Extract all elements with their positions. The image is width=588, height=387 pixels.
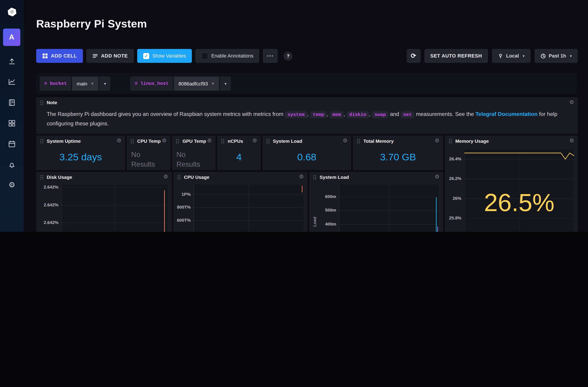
add-cell-button[interactable]: ADD CELL: [36, 49, 83, 63]
cell-title: CPU Temp: [137, 139, 161, 144]
refresh-button[interactable]: ⟳: [406, 49, 420, 63]
drag-handle-icon[interactable]: [130, 138, 134, 144]
hamburger-icon: ≡: [135, 80, 138, 87]
org-avatar[interactable]: A: [3, 29, 20, 46]
influxdb-logo-icon: [7, 7, 17, 17]
tasks-calendar-icon[interactable]: [0, 135, 24, 152]
variable-value-text: main: [77, 81, 87, 86]
variable-value-text: 8086adfccf93: [178, 81, 208, 86]
cell-note: Note ⚙ The Raspberry Pi dashboard gives …: [36, 97, 578, 134]
cell-system-uptime: System Uptime ⚙ 3.25 days: [36, 135, 125, 170]
cell-title: GPU Temp: [182, 139, 206, 144]
gear-icon[interactable]: ⚙: [162, 138, 167, 143]
note-text-part: The Raspberry Pi dashboard gives you an …: [47, 111, 283, 117]
timezone-label: Local: [506, 53, 519, 59]
drag-handle-icon[interactable]: [40, 100, 44, 105]
y-tick-label: 600m: [325, 194, 336, 199]
drag-handle-icon[interactable]: [40, 138, 44, 144]
show-variables-checkbox: ✓: [143, 53, 149, 59]
time-range-dropdown[interactable]: Past 1h ▾: [534, 49, 578, 63]
gear-icon[interactable]: ⚙: [569, 138, 574, 143]
notebooks-icon[interactable]: [0, 94, 24, 111]
stat-value: 3.70 GB: [353, 151, 443, 163]
gear-icon[interactable]: ⚙: [252, 138, 257, 143]
alerts-bell-icon[interactable]: [0, 156, 24, 173]
add-note-button[interactable]: ADD NOTE: [86, 49, 134, 63]
upload-icon[interactable]: [0, 53, 24, 69]
separator: ,: [343, 111, 345, 117]
data-explorer-icon[interactable]: [0, 73, 24, 90]
y-tick-label: 2.642%: [44, 220, 59, 225]
drag-handle-icon[interactable]: [176, 138, 180, 144]
gear-icon[interactable]: ⚙: [299, 174, 304, 179]
gear-icon[interactable]: ⚙: [343, 138, 348, 143]
gear-icon[interactable]: ⚙: [435, 138, 440, 143]
enable-annotations-toggle[interactable]: Enable Annotations: [195, 49, 259, 63]
cell-disk-usage: Disk Usage ⚙ 2.642% 2: [36, 172, 172, 232]
y-tick-label: 26.4%: [449, 156, 461, 161]
variable-bucket-caret[interactable]: ▾: [99, 77, 110, 91]
gear-icon[interactable]: ⚙: [117, 138, 122, 143]
stat-value: 0.68: [262, 151, 351, 163]
gear-icon[interactable]: ⚙: [435, 174, 440, 179]
cell-title: System Uptime: [47, 138, 81, 144]
y-tick-label: 400T%: [177, 231, 191, 232]
note-text-part: measurements. See the: [416, 111, 474, 117]
y-tick-label: 26.2%: [449, 176, 461, 181]
cell-total-memory: Total Memory ⚙ 3.70 GB: [353, 135, 443, 170]
cell-title: CPU Usage: [184, 175, 209, 180]
measurement-token: diskio: [347, 111, 369, 118]
system-load-plot: [339, 184, 440, 232]
clear-icon[interactable]: ×: [211, 81, 214, 86]
set-auto-refresh-button[interactable]: SET AUTO REFRESH: [424, 49, 488, 63]
telegraf-docs-link[interactable]: Telegraf Documentation: [476, 111, 538, 117]
drag-handle-icon[interactable]: [357, 138, 360, 144]
y-tick-label: 500m: [325, 208, 336, 212]
page-title: Raspberry Pi System: [36, 18, 147, 30]
app-root: A ⚙ ? Raspberry Pi System: [0, 0, 588, 232]
influxdb-logo[interactable]: [0, 0, 24, 24]
nav-sidebar: A ⚙ ?: [0, 0, 24, 232]
variable-name: bucket: [50, 81, 67, 86]
cpu-usage-chart: [194, 184, 304, 232]
dashboard-help-button[interactable]: ?: [284, 51, 293, 60]
disk-usage-plot: [62, 184, 168, 232]
variable-linux-host-value[interactable]: 8086adfccf93 ×: [174, 77, 219, 91]
cell-title: nCPUs: [228, 138, 243, 144]
drag-handle-icon[interactable]: [448, 138, 452, 144]
dashboards-icon[interactable]: [0, 115, 24, 131]
measurement-token: net: [400, 111, 414, 118]
time-range-label: Past 1h: [549, 53, 566, 59]
variable-bucket-value[interactable]: main ×: [72, 77, 98, 91]
cell-cpu-usage: CPU Usage ⚙ 1P% 800T%: [173, 172, 308, 232]
gear-icon[interactable]: ⚙: [164, 174, 168, 179]
cell-title: Note: [47, 100, 57, 105]
settings-gear-icon[interactable]: ⚙: [0, 176, 24, 193]
variable-linux-host-caret[interactable]: ▾: [219, 77, 231, 91]
drag-handle-icon[interactable]: [313, 175, 316, 180]
clear-icon[interactable]: ×: [91, 81, 94, 86]
cell-title: System Load: [273, 138, 302, 144]
variable-bucket: ≡ bucket main × ▾: [40, 77, 110, 91]
cpu-usage-plot: [194, 184, 304, 232]
drag-handle-icon[interactable]: [40, 175, 44, 180]
timezone-dropdown[interactable]: Local ▾: [492, 49, 531, 63]
overflow-menu-button[interactable]: ···: [263, 49, 278, 63]
show-variables-label: Show Variables: [152, 53, 186, 59]
show-variables-toggle[interactable]: ✓ Show Variables: [137, 49, 192, 63]
gear-icon[interactable]: ⚙: [569, 99, 574, 105]
separator: ,: [369, 111, 370, 117]
gear-icon[interactable]: ⚙: [207, 138, 212, 143]
cell-title: Total Memory: [363, 138, 394, 144]
drag-handle-icon[interactable]: [266, 138, 270, 144]
y-tick-label: 26%: [453, 196, 461, 201]
cell-title: System Load: [320, 175, 349, 180]
enable-annotations-label: Enable Annotations: [211, 53, 253, 59]
chevron-down-icon: ▾: [523, 54, 525, 58]
separator: ,: [307, 111, 309, 117]
pin-icon: [498, 53, 503, 58]
drag-handle-icon[interactable]: [221, 138, 225, 144]
dashboard-toolbar: ADD CELL ADD NOTE ✓ Show Variables Enabl…: [36, 49, 293, 63]
drag-handle-icon[interactable]: [177, 175, 181, 180]
measurement-token: swap: [372, 111, 388, 118]
